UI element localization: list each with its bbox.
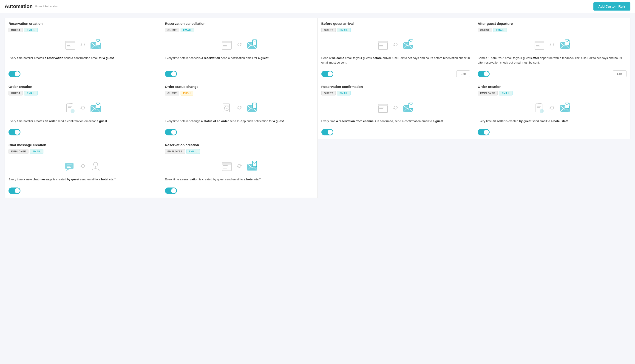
tag-email: EMAIL bbox=[30, 149, 44, 154]
toggle-switch[interactable]: ✓ bbox=[165, 188, 177, 194]
toggle-switch[interactable]: ✓ bbox=[9, 71, 21, 77]
svg-point-53 bbox=[70, 103, 71, 104]
card-description: Every time hotelier change a status of a… bbox=[165, 119, 314, 124]
toggle-knob bbox=[15, 72, 20, 76]
card-footer: ✓ bbox=[322, 127, 470, 136]
left-icon bbox=[64, 102, 76, 114]
right-icon bbox=[402, 102, 414, 114]
card-tags: GUESTEMAIL bbox=[322, 28, 470, 32]
toggle-switch[interactable]: ✓ bbox=[478, 71, 490, 77]
card-icon-row bbox=[9, 99, 157, 119]
edit-button[interactable]: Edit bbox=[613, 70, 626, 77]
svg-rect-29 bbox=[379, 45, 383, 46]
svg-rect-111 bbox=[223, 165, 228, 166]
left-icon bbox=[533, 102, 545, 114]
card-footer: ✓ Edit bbox=[478, 68, 626, 77]
card-tags: EMPLOYEEEMAIL bbox=[9, 149, 157, 154]
tag-email: EMAIL bbox=[499, 91, 513, 96]
toggle-switch[interactable]: ✓ bbox=[9, 188, 21, 194]
card-icon-row bbox=[165, 157, 314, 177]
add-custom-rule-button[interactable]: Add Custom Rule bbox=[593, 2, 630, 10]
svg-rect-112 bbox=[223, 166, 227, 167]
tag-email: EMAIL bbox=[337, 91, 351, 96]
tag-email: EMAIL bbox=[493, 28, 507, 32]
svg-rect-28 bbox=[379, 44, 384, 44]
toggle-knob bbox=[328, 72, 333, 76]
tag-push: PUSH bbox=[181, 91, 193, 96]
arrow-icon bbox=[393, 42, 398, 48]
card-title: After guest departure bbox=[478, 22, 626, 26]
toggle-switch[interactable]: ✓ bbox=[165, 129, 177, 136]
card-icon-row bbox=[478, 36, 626, 56]
card-description: Every time a reservation from channels i… bbox=[322, 119, 470, 124]
toggle-knob bbox=[15, 188, 20, 193]
card-title: Reservation cancellation bbox=[165, 22, 314, 26]
toggle-knob bbox=[171, 188, 176, 193]
card-tags: EMPLOYEEEMAIL bbox=[478, 91, 626, 96]
tag-employee: EMPLOYEE bbox=[9, 149, 29, 154]
card-footer: ✓ bbox=[165, 69, 314, 77]
edit-button[interactable]: Edit bbox=[456, 70, 470, 77]
card-title: Reservation creation bbox=[9, 22, 157, 26]
card-description: Every time a reservation is created by g… bbox=[165, 177, 314, 182]
card-icon-row bbox=[478, 99, 626, 119]
card-description: Send a welcome email to your guests befo… bbox=[322, 56, 470, 65]
breadcrumb: Home / Automation bbox=[35, 5, 58, 8]
left-icon bbox=[377, 39, 389, 51]
card-title: Chat message creation bbox=[9, 143, 157, 147]
svg-rect-42 bbox=[536, 45, 539, 46]
svg-rect-30 bbox=[379, 46, 384, 47]
svg-rect-3 bbox=[67, 45, 70, 46]
card-title: Reservation creation bbox=[165, 143, 314, 147]
right-icon bbox=[90, 102, 102, 114]
arrow-icon bbox=[393, 105, 398, 112]
card-icon-row bbox=[322, 99, 470, 119]
tag-email: EMAIL bbox=[186, 149, 200, 154]
svg-rect-5 bbox=[66, 41, 75, 43]
card-icon-row bbox=[165, 36, 314, 56]
svg-rect-113 bbox=[223, 168, 227, 168]
svg-rect-41 bbox=[536, 44, 540, 44]
tag-guest: GUEST bbox=[165, 91, 179, 96]
tag-email: EMAIL bbox=[181, 28, 194, 32]
card-icon-row bbox=[9, 36, 157, 56]
tag-email: EMAIL bbox=[337, 28, 351, 32]
svg-point-90 bbox=[539, 103, 540, 104]
svg-rect-78 bbox=[379, 107, 384, 108]
svg-rect-43 bbox=[536, 46, 540, 47]
card-tags: GUESTEMAIL bbox=[478, 28, 626, 32]
toggle-switch[interactable]: ✓ bbox=[322, 71, 333, 77]
right-icon bbox=[402, 39, 414, 51]
left-icon bbox=[221, 161, 233, 172]
automation-card-order-status-change: Order status change GUESTPUSH ≡ bbox=[161, 81, 318, 139]
tag-email: EMAIL bbox=[24, 28, 38, 32]
toggle-switch[interactable]: ✓ bbox=[9, 129, 21, 136]
svg-rect-92 bbox=[537, 108, 540, 108]
automation-card-order-creation-employee: Order creation EMPLOYEEEMAIL bbox=[474, 81, 630, 139]
toggle-check-icon: ✓ bbox=[479, 72, 481, 75]
toggle-knob bbox=[484, 72, 489, 76]
right-icon bbox=[559, 102, 571, 114]
right-icon bbox=[559, 39, 571, 51]
svg-text:≡: ≡ bbox=[226, 107, 227, 110]
card-tags: EMPLOYEEEMAIL bbox=[165, 149, 314, 154]
svg-rect-31 bbox=[378, 41, 388, 43]
tag-guest: GUEST bbox=[322, 91, 336, 96]
svg-rect-114 bbox=[222, 162, 231, 164]
right-icon bbox=[246, 39, 258, 51]
toggle-switch[interactable]: ✓ bbox=[322, 129, 333, 136]
arrow-icon bbox=[80, 164, 86, 170]
svg-rect-55 bbox=[68, 108, 71, 108]
svg-rect-4 bbox=[67, 46, 71, 47]
svg-rect-56 bbox=[68, 109, 72, 109]
toggle-switch[interactable]: ✓ bbox=[478, 129, 490, 136]
card-description: Send a "Thank You" email to your guests … bbox=[478, 56, 626, 65]
arrow-icon bbox=[80, 105, 86, 112]
toggle-switch[interactable]: ✓ bbox=[165, 71, 177, 77]
svg-rect-54 bbox=[68, 106, 72, 106]
toggle-check-icon: ✓ bbox=[479, 131, 481, 134]
toggle-knob bbox=[328, 130, 333, 135]
automation-grid: Reservation creation GUESTEMAIL bbox=[5, 18, 630, 198]
card-footer: ✓ bbox=[9, 127, 157, 136]
svg-rect-104 bbox=[67, 166, 70, 166]
